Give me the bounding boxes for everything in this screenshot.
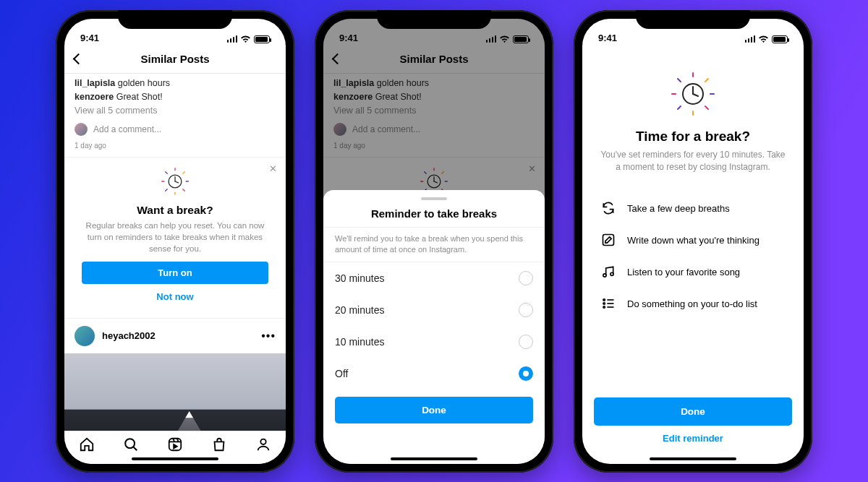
screen-2: 9:41 Similar Posts lil_lapisla golden ho… [323,19,545,464]
radio-selected-icon [519,366,533,381]
option-off[interactable]: Off [323,358,545,390]
tip-label: Do something on your to-do list [627,298,757,309]
break-card: ✕ Want a break? Regular breaks can help … [64,157,286,319]
done-button[interactable]: Done [335,397,533,423]
comment-row[interactable]: lil_lapisla golden hours [75,77,276,90]
post-username: heyach2002 [102,330,254,341]
shop-icon[interactable] [211,436,227,452]
svg-point-11 [125,439,135,448]
avatar [75,123,88,136]
home-indicator [650,457,736,460]
card-body: Regular breaks can help you reset. You c… [82,220,268,254]
svg-point-22 [603,303,605,305]
radio-icon [519,303,533,317]
more-icon[interactable]: ••• [261,330,276,343]
add-comment-row[interactable]: Add a comment... [64,120,286,139]
done-button[interactable]: Done [594,397,792,426]
notch [636,10,750,29]
bottom-actions: Done Edit reminder [582,390,804,451]
notch [377,10,491,29]
tip-label: Take a few deep breaths [627,203,730,214]
home-indicator [132,457,218,460]
tip-label: Listen to your favorite song [627,267,740,277]
header: Similar Posts [64,45,286,74]
search-icon[interactable] [123,436,139,452]
edit-icon [601,233,616,247]
turn-on-button[interactable]: Turn on [82,262,268,284]
clock-burst-icon [82,168,268,198]
signal-icon [745,35,756,43]
tip-row: Listen to your favorite song [601,256,785,288]
clock-burst-icon [598,72,788,119]
svg-point-23 [603,306,605,309]
svg-point-20 [610,273,613,276]
comments-block: lil_lapisla golden hours kenzoere Great … [64,74,286,120]
add-comment-placeholder: Add a comment... [93,124,161,134]
profile-icon[interactable] [255,436,271,452]
music-icon [601,264,616,279]
sheet-subtitle: We'll remind you to take a break when yo… [323,227,545,262]
home-icon[interactable] [79,436,95,452]
view-all-comments[interactable]: View all 5 comments [75,104,276,118]
sheet-title: Reminder to take breaks [323,207,545,227]
svg-rect-18 [603,235,614,246]
svg-point-17 [261,439,266,444]
svg-line-12 [133,447,137,451]
signal-icon [227,35,238,43]
card-title: Want a break? [82,204,268,217]
reels-icon[interactable] [167,436,183,452]
screen-1: 9:41 Similar Posts lil_lapisla golden ho… [64,19,286,464]
tip-label: Write down what you're thinking [627,235,760,246]
status-icons [745,35,788,43]
wifi-icon [758,35,769,43]
reminder-sheet: Reminder to take breaks We'll remind you… [323,190,545,464]
phone-3: 9:41 Time for a break? You've set remind… [574,10,812,473]
sheet-grabber[interactable] [421,197,447,200]
tip-row: Take a few deep breaths [601,192,785,224]
radio-icon [519,335,533,349]
status-time: 9:41 [598,33,617,43]
break-full-screen: Time for a break? You've set reminders f… [582,45,804,320]
home-indicator [391,457,477,460]
battery-icon [254,35,270,43]
break-title: Time for a break? [598,129,788,145]
wifi-icon [240,35,251,43]
not-now-button[interactable]: Not now [82,284,268,309]
refresh-icon [601,201,616,215]
post-header[interactable]: heyach2002 ••• [64,319,286,353]
status-time: 9:41 [80,33,99,43]
list-icon [601,296,616,311]
option-10[interactable]: 10 minutes [323,326,545,358]
post-timestamp: 1 day ago [64,139,286,154]
break-body: You've set reminders for every 10 minute… [598,149,788,174]
status-icons [227,35,271,43]
svg-point-21 [603,299,605,301]
notch [118,10,232,29]
tips-list: Take a few deep breaths Write down what … [598,192,788,319]
option-30[interactable]: 30 minutes [323,262,545,294]
phone-1: 9:41 Similar Posts lil_lapisla golden ho… [56,10,294,473]
avatar [75,326,95,346]
screen-3: 9:41 Time for a break? You've set remind… [582,19,804,464]
edit-reminder-button[interactable]: Edit reminder [594,426,792,451]
battery-icon [772,35,788,43]
close-icon[interactable]: ✕ [269,163,277,174]
comment-row[interactable]: kenzoere Great Shot! [75,90,276,104]
option-20[interactable]: 20 minutes [323,294,545,326]
tip-row: Write down what you're thinking [601,224,785,256]
radio-icon [519,271,533,285]
header-title: Similar Posts [64,53,286,65]
svg-rect-13 [169,439,182,451]
phone-2: 9:41 Similar Posts lil_lapisla golden ho… [315,10,553,473]
svg-point-19 [603,274,606,277]
tip-row: Do something on your to-do list [601,288,785,319]
